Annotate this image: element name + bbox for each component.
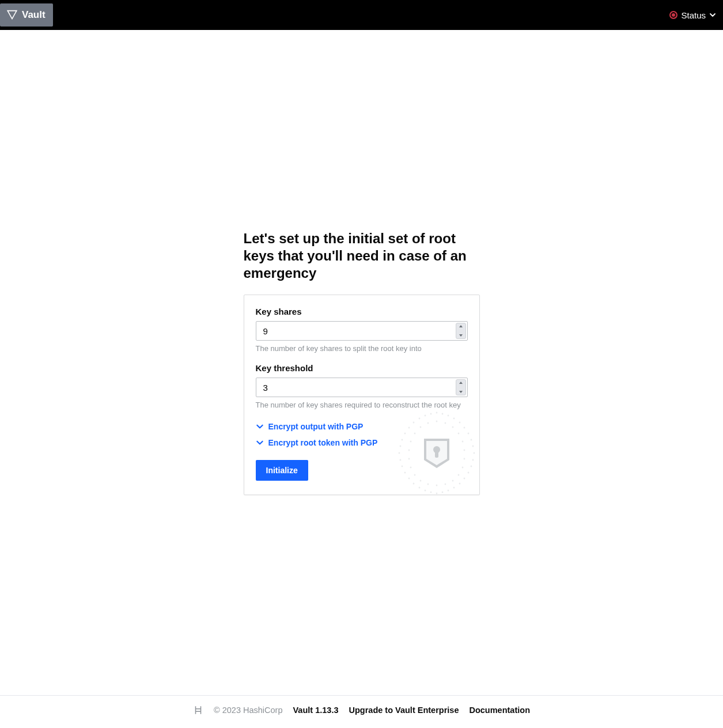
key-shares-help: The number of key shares to split the ro… [256,344,468,353]
encrypt-root-token-label: Encrypt root token with PGP [268,438,378,447]
svg-point-10 [430,413,431,415]
encrypt-output-toggle[interactable]: Encrypt output with PGP [256,420,468,433]
init-form-card: Key shares The number of key shares to s… [244,295,480,495]
svg-point-7 [470,439,472,441]
brand-label: Vault [22,9,46,21]
svg-point-46 [444,484,446,485]
svg-point-53 [408,458,410,460]
svg-point-11 [424,415,426,417]
main-content: Let's set up the initial set of root key… [0,30,723,695]
key-shares-label: Key shares [256,307,468,316]
svg-point-25 [424,490,426,492]
key-shares-field: Key shares The number of key shares to s… [256,307,468,353]
status-indicator-icon [669,11,677,19]
svg-point-9 [473,452,475,454]
svg-point-35 [441,492,443,493]
svg-point-2 [447,415,449,417]
encrypt-root-token-toggle[interactable]: Encrypt root token with PGP [256,436,468,450]
key-shares-input[interactable] [256,321,468,341]
key-threshold-label: Key threshold [256,363,468,373]
initialize-button[interactable]: Initialize [256,460,308,481]
app-header: Vault Status [0,0,723,30]
key-threshold-field: Key threshold The number of key shares r… [256,363,468,409]
svg-point-24 [418,487,420,489]
svg-point-6 [467,433,469,435]
footer-documentation-link[interactable]: Documentation [469,706,530,715]
hashicorp-logo-icon [193,705,203,715]
svg-point-27 [436,493,437,495]
svg-point-33 [453,487,455,489]
status-menu[interactable]: Status [666,8,720,22]
vault-logo-icon [6,9,18,21]
svg-rect-59 [435,451,438,458]
svg-point-18 [398,452,400,454]
chevron-down-icon [256,439,264,447]
brand[interactable]: Vault [0,3,53,27]
svg-point-1 [441,413,443,415]
svg-point-41 [463,450,465,451]
svg-point-26 [430,492,431,493]
svg-point-52 [408,450,410,451]
svg-point-12 [418,418,420,420]
footer-copyright: © 2023 HashiCorp [214,706,283,715]
svg-point-57 [427,484,429,485]
key-threshold-input[interactable] [256,378,468,397]
svg-point-47 [436,485,437,486]
key-threshold-stepper[interactable] [456,379,466,395]
svg-point-29 [470,466,472,467]
app-footer: © 2023 HashiCorp Vault 1.13.3 Upgrade to… [0,695,723,728]
footer-upgrade-link[interactable]: Upgrade to Vault Enterprise [349,706,459,715]
svg-point-32 [459,483,460,485]
svg-point-28 [472,459,474,461]
svg-point-42 [463,458,465,460]
status-label: Status [681,10,706,20]
chevron-down-icon [256,423,264,431]
page-title: Let's set up the initial set of root key… [244,230,480,282]
svg-point-3 [453,418,455,420]
svg-point-0 [436,412,437,414]
chevron-down-icon [709,12,716,18]
encrypt-output-label: Encrypt output with PGP [268,422,364,431]
svg-point-30 [467,472,469,474]
svg-point-34 [447,490,449,492]
footer-version-link[interactable]: Vault 1.13.3 [293,706,339,715]
svg-point-8 [472,446,474,447]
key-threshold-help: The number of key shares required to rec… [256,401,468,409]
key-shares-stepper[interactable] [456,323,466,339]
svg-point-23 [412,483,414,485]
